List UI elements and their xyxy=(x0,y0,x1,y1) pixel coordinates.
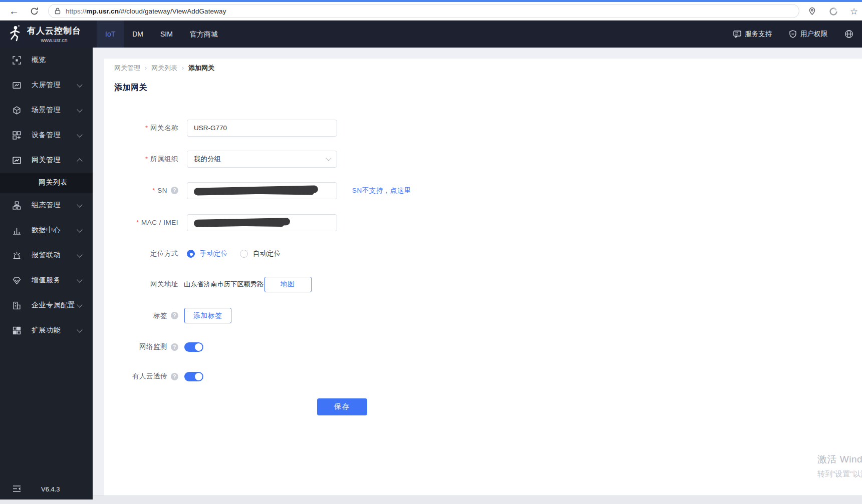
back-icon[interactable]: ← xyxy=(6,2,22,21)
refresh-icon[interactable] xyxy=(26,2,42,21)
location-pin-icon[interactable] xyxy=(803,2,820,21)
organization-select[interactable]: 我的分组 xyxy=(187,151,337,168)
tab-iot[interactable]: IoT xyxy=(97,21,124,48)
watermark-line2: 转到"设置"以激活 Windows。 xyxy=(817,469,862,479)
positioning-label: 定位方式 xyxy=(150,249,178,258)
mac-imei-input[interactable]: 08602000000000 xyxy=(187,214,337,231)
sn-not-supported-link[interactable]: SN不支持，点这里 xyxy=(352,186,411,195)
address-value: 山东省济南市历下区颖秀路 xyxy=(184,280,264,289)
breadcrumb-separator: › xyxy=(145,65,147,72)
usr-logo-icon xyxy=(7,25,23,43)
row-positioning: 定位方式 手动定位 自动定位 xyxy=(104,249,281,259)
sidebar-item-datacenter[interactable]: 数据中心 xyxy=(0,218,93,243)
breadcrumb-gateway-mgmt[interactable]: 网关管理 xyxy=(114,64,140,73)
breadcrumb-gateway-list[interactable]: 网关列表 xyxy=(151,64,177,73)
user-permission[interactable]: 用户权限 xyxy=(789,30,827,39)
overview-icon xyxy=(13,56,21,65)
breadcrumb-current: 添加网关 xyxy=(188,64,214,73)
sidebar-item-vas[interactable]: 增值服务 xyxy=(0,268,93,293)
add-tag-button[interactable]: 添加标签 xyxy=(184,308,231,323)
extension-badge-icon[interactable] xyxy=(824,2,842,21)
tags-label: 标签 xyxy=(153,311,167,320)
top-navigation-bar: 有人云控制台 www.usr.cn IoT DM SIM 官方商城 服务支持 用… xyxy=(0,21,862,48)
chevron-down-icon xyxy=(77,107,82,112)
gateway-name-input[interactable] xyxy=(187,120,337,137)
tab-official-mall[interactable]: 官方商城 xyxy=(181,21,226,48)
collapse-sidebar-icon[interactable] xyxy=(13,485,21,492)
product-tabs: IoT DM SIM 官方商城 xyxy=(97,21,226,48)
tab-dm[interactable]: DM xyxy=(124,21,152,48)
tags-help-icon[interactable]: ? xyxy=(171,312,178,319)
sn-help-icon[interactable]: ? xyxy=(171,187,178,194)
sidebar-item-scene[interactable]: 场景管理 xyxy=(0,98,93,123)
chevron-down-icon xyxy=(77,82,82,87)
radio-manual-positioning[interactable] xyxy=(187,250,195,258)
map-button[interactable]: 地图 xyxy=(264,277,312,292)
chevron-up-icon xyxy=(77,158,82,164)
row-gateway-name: 网关名称 xyxy=(104,119,337,137)
sidebar-item-extension[interactable]: 扩展功能 xyxy=(0,318,93,343)
address-label: 网关地址 xyxy=(150,280,178,289)
gateway-name-label: 网关名称 xyxy=(145,124,178,133)
alarm-icon xyxy=(13,251,21,260)
url-text: https://mp.usr.cn/#/cloud/gateway/ViewAd… xyxy=(66,8,226,15)
redaction-scribble xyxy=(204,220,284,226)
save-button[interactable]: 保存 xyxy=(317,398,367,415)
logo-title: 有人云控制台 xyxy=(27,25,81,37)
datacenter-icon xyxy=(13,226,21,235)
cloud-passthrough-help-icon[interactable]: ? xyxy=(171,373,178,380)
horizontal-scrollbar-track[interactable] xyxy=(0,495,862,504)
watermark-line1: 激活 Windows xyxy=(817,453,862,466)
sn-label: SN xyxy=(152,187,167,194)
network-monitor-label: 网络监测 xyxy=(139,342,167,351)
logo-text: 有人云控制台 www.usr.cn xyxy=(27,25,81,43)
gateway-icon xyxy=(13,156,21,165)
logo-subtitle: www.usr.cn xyxy=(27,37,81,43)
row-tags: 标签 ? 添加标签 xyxy=(104,308,231,323)
radio-auto-positioning[interactable] xyxy=(240,250,248,258)
language-globe[interactable] xyxy=(844,30,857,39)
cloud-passthrough-toggle[interactable] xyxy=(184,372,203,381)
address-bar[interactable]: https://mp.usr.cn/#/cloud/gateway/ViewAd… xyxy=(48,4,799,18)
tab-sim[interactable]: SIM xyxy=(152,21,181,48)
globe-icon xyxy=(844,30,853,39)
version-label: V6.4.3 xyxy=(41,485,60,493)
sidebar-item-bigscreen[interactable]: 大屏管理 xyxy=(0,73,93,98)
mac-imei-label: MAC / IMEI xyxy=(136,219,178,226)
row-organization: 所属组织 我的分组 xyxy=(104,150,337,168)
sn-masked-value: 02502024092100000200 xyxy=(194,183,330,199)
toggle-knob xyxy=(195,373,202,380)
sidebar-item-overview[interactable]: 概览 xyxy=(0,48,93,73)
auto-positioning-label[interactable]: 自动定位 xyxy=(253,249,281,258)
sidebar-item-alarm[interactable]: 报警联动 xyxy=(0,243,93,268)
service-support-label: 服务支持 xyxy=(745,30,772,39)
favorite-star-icon[interactable]: ☆ xyxy=(845,2,862,21)
chevron-down-icon xyxy=(77,227,82,232)
chat-icon xyxy=(733,30,741,38)
sidebar-item-enterprise[interactable]: 企业专属配置 xyxy=(0,293,93,318)
lock-icon xyxy=(55,8,61,15)
network-monitor-help-icon[interactable]: ? xyxy=(171,343,178,351)
row-cloud-passthrough: 有人云透传 ? xyxy=(104,371,203,381)
chevron-down-icon xyxy=(77,302,82,307)
main-content: 网关管理 › 网关列表 › 添加网关 添加网关 网关名称 所属组织 我的分组 S… xyxy=(104,59,862,495)
manual-positioning-label[interactable]: 手动定位 xyxy=(200,249,228,258)
network-monitor-toggle[interactable] xyxy=(184,342,203,352)
windows-activation-watermark: 激活 Windows 转到"设置"以激活 Windows。 xyxy=(817,453,862,479)
page-title: 添加网关 xyxy=(114,83,147,93)
sidebar-item-scada[interactable]: 组态管理 xyxy=(0,193,93,218)
sidebar-footer: V6.4.3 xyxy=(0,482,93,497)
service-support[interactable]: 服务支持 xyxy=(733,30,772,39)
breadcrumb: 网关管理 › 网关列表 › 添加网关 xyxy=(114,64,214,73)
enterprise-icon xyxy=(13,301,21,310)
chevron-down-icon xyxy=(77,327,82,332)
toggle-knob xyxy=(195,343,202,351)
logo[interactable]: 有人云控制台 www.usr.cn xyxy=(0,25,93,43)
sidebar-subitem-gateway-list[interactable]: 网关列表 xyxy=(0,173,93,193)
sidebar-item-gateway[interactable]: 网关管理 xyxy=(0,148,93,173)
mac-masked-value: 08602000000000 xyxy=(194,215,330,231)
scada-icon xyxy=(13,201,21,210)
sn-input[interactable]: 02502024092100000200 xyxy=(187,182,337,199)
sidebar-item-device[interactable]: 设备管理 xyxy=(0,123,93,148)
row-network-monitor: 网络监测 ? xyxy=(104,342,203,352)
